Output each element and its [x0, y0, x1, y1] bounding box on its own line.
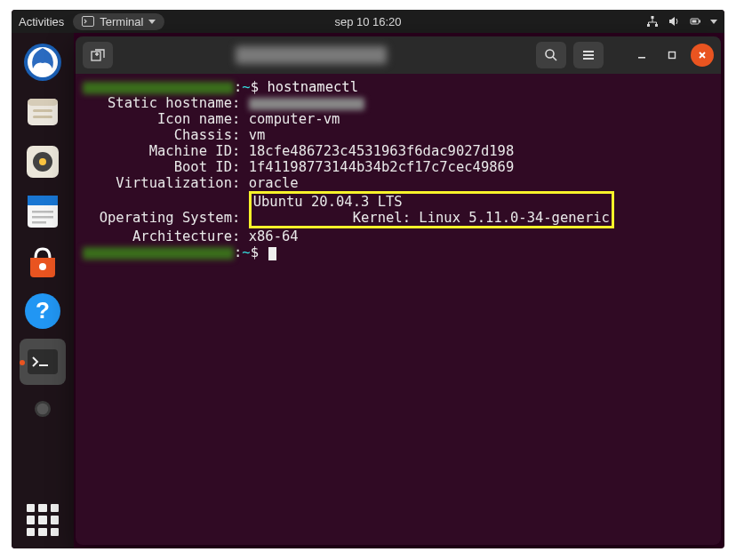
command-text: hostnamectl — [267, 79, 358, 95]
value-operating-system: Ubuntu 20.04.3 LTS — [253, 194, 403, 210]
volume-icon[interactable] — [668, 15, 680, 28]
terminal-window: :~$ hostnamectl Static hostname: Icon na… — [76, 36, 721, 545]
value-chassis: vm — [249, 127, 266, 143]
svg-rect-10 — [28, 99, 58, 106]
prompt-path: ~ — [242, 79, 250, 95]
label-operating-system: Operating System: — [100, 210, 241, 226]
maximize-icon — [667, 50, 677, 60]
svg-rect-28 — [92, 52, 100, 60]
svg-rect-19 — [32, 216, 53, 219]
dock-app-rhythmbox[interactable] — [20, 140, 65, 184]
svg-rect-0 — [83, 17, 94, 27]
hamburger-menu-button[interactable] — [573, 42, 604, 68]
label-chassis: Chassis: — [174, 127, 241, 143]
clock[interactable]: sep 10 16:20 — [334, 15, 401, 28]
svg-rect-20 — [32, 221, 46, 224]
top-bar: Activities Terminal sep 10 16:20 — [12, 10, 724, 33]
search-button[interactable] — [536, 42, 566, 68]
prompt-path: ~ — [242, 244, 250, 260]
activities-button[interactable]: Activities — [19, 15, 64, 28]
maximize-button[interactable] — [660, 44, 684, 67]
chevron-down-icon — [148, 20, 156, 24]
prompt-host-redacted — [83, 82, 234, 94]
value-boot-id: 1f41198773144b34b2cf17c7cec49869 — [249, 159, 515, 175]
prompt-symbol: $ — [251, 79, 259, 95]
dock-app-libreoffice-writer[interactable] — [20, 189, 65, 234]
prompt-sep: : — [234, 79, 242, 95]
label-kernel: Kernel: — [353, 210, 411, 226]
svg-rect-3 — [655, 24, 658, 27]
cursor — [268, 247, 276, 260]
minimize-button[interactable] — [630, 44, 653, 67]
value-static-hostname-redacted — [249, 98, 364, 110]
svg-rect-1 — [652, 16, 654, 19]
new-tab-icon — [91, 49, 105, 61]
network-icon[interactable] — [646, 15, 659, 28]
svg-text:?: ? — [36, 297, 50, 324]
svg-point-15 — [39, 158, 46, 165]
svg-point-21 — [39, 263, 46, 270]
label-virtualization: Virtualization: — [116, 175, 240, 191]
show-apps-button[interactable] — [27, 504, 59, 536]
terminal-body[interactable]: :~$ hostnamectl Static hostname: Icon na… — [76, 74, 721, 545]
chevron-down-icon[interactable] — [710, 20, 717, 24]
desktop: Activities Terminal sep 10 16:20 — [12, 10, 724, 548]
window-title-redacted — [236, 46, 387, 64]
dock: ? — [12, 33, 74, 548]
app-menu[interactable]: Terminal — [73, 13, 164, 30]
svg-rect-31 — [669, 52, 676, 59]
value-kernel: Linux 5.11.0-34-generic — [419, 210, 610, 226]
dock-app-partial[interactable] — [20, 387, 65, 431]
prompt-symbol: $ — [251, 244, 259, 260]
label-icon-name: Icon name: — [157, 111, 240, 127]
svg-rect-5 — [700, 20, 701, 23]
value-machine-id: 18cfe486723c4531963f6dac9027d198 — [249, 143, 515, 159]
dock-app-software[interactable] — [20, 239, 65, 284]
title-bar — [76, 36, 721, 74]
svg-point-27 — [37, 404, 49, 415]
dock-app-thunderbird[interactable] — [20, 40, 65, 84]
prompt-sep: : — [234, 244, 242, 260]
svg-rect-2 — [647, 24, 650, 27]
svg-rect-6 — [692, 20, 697, 23]
dock-app-help[interactable]: ? — [20, 289, 65, 333]
new-tab-button[interactable] — [83, 42, 113, 68]
label-architecture: Architecture: — [132, 228, 240, 244]
svg-rect-17 — [28, 196, 58, 205]
value-architecture: x86-64 — [249, 228, 299, 244]
search-icon — [544, 48, 558, 62]
label-static-hostname: Static hostname: — [108, 95, 240, 111]
svg-rect-25 — [39, 364, 48, 366]
label-machine-id: Machine ID: — [149, 143, 241, 159]
app-menu-label: Terminal — [100, 15, 143, 28]
svg-rect-12 — [33, 116, 52, 118]
highlight-box: Ubuntu 20.04.3 LTS Kernel: Linux 5.11.0-… — [249, 191, 614, 228]
value-icon-name: computer-vm — [249, 111, 340, 127]
svg-rect-30 — [638, 57, 645, 59]
prompt-host-redacted — [83, 247, 234, 260]
hamburger-icon — [581, 49, 596, 61]
terminal-icon — [82, 16, 94, 27]
svg-rect-24 — [28, 349, 58, 374]
running-indicator-icon — [20, 360, 25, 365]
battery-icon[interactable] — [689, 15, 701, 28]
svg-point-29 — [546, 50, 554, 58]
dock-app-files[interactable] — [20, 90, 65, 134]
close-icon — [697, 50, 708, 60]
close-button[interactable] — [691, 44, 714, 67]
svg-rect-11 — [33, 109, 52, 112]
svg-rect-18 — [32, 211, 53, 213]
dock-app-terminal[interactable] — [20, 339, 66, 385]
minimize-icon — [636, 50, 647, 60]
value-virtualization: oracle — [249, 175, 299, 191]
label-boot-id: Boot ID: — [174, 159, 241, 175]
